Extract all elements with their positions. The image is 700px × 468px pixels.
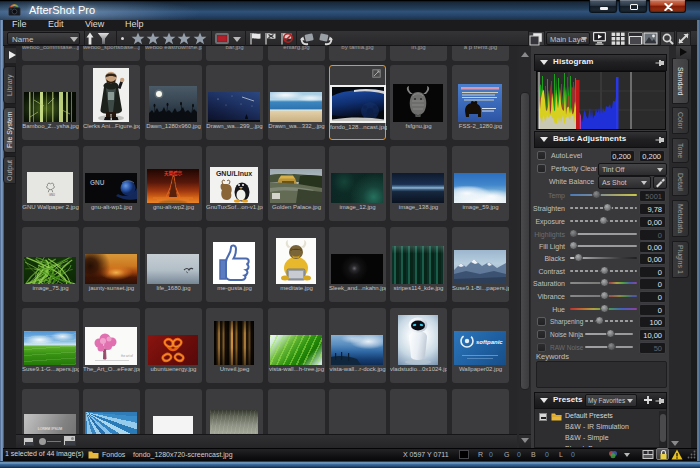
svg-text:the art of: the art of — [121, 354, 133, 358]
svg-text:softpanic: softpanic — [476, 339, 503, 345]
svg-text:GNU: GNU — [49, 193, 55, 197]
svg-text:GNU: GNU — [90, 179, 105, 186]
svg-text:GNU/LInux: GNU/LInux — [216, 170, 252, 177]
